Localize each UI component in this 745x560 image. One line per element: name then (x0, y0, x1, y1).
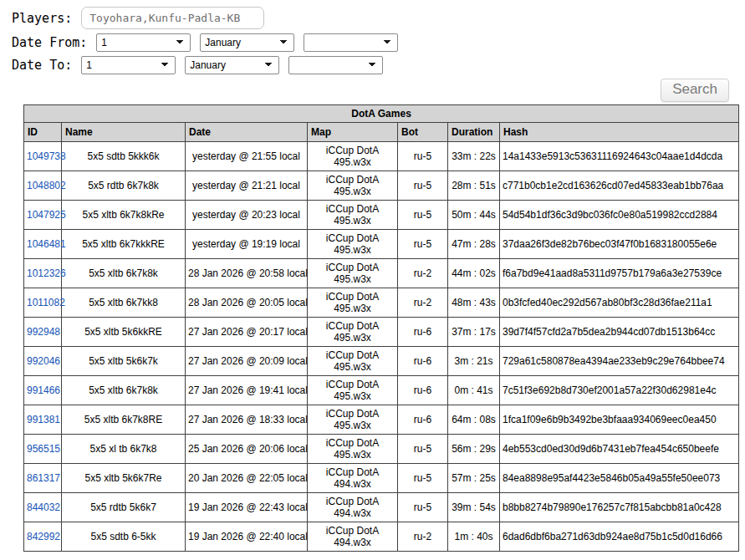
game-bot-cell: ru-6 (398, 376, 448, 405)
game-map-text: iCCup DotA 495.w3x (322, 291, 384, 314)
game-id-link[interactable]: 1012326 (27, 267, 66, 279)
game-date-cell: 27 Jan 2026 @ 20:09 local (186, 347, 308, 376)
game-name-cell: 5x5 xltb 6k7k8RE (62, 405, 186, 435)
game-bot-cell: ru-5 (398, 201, 448, 230)
game-id-link[interactable]: 1049738 (27, 150, 66, 162)
game-map-text: iCCup DotA 495.w3x (322, 232, 384, 256)
game-name-cell: 5x5 xl tb 6k7k8 (62, 435, 186, 464)
game-id-link[interactable]: 991381 (27, 414, 60, 425)
game-map-cell: iCCup DotA 495.w3x (308, 142, 398, 171)
game-name-cell: 5x5 xltb 5k6kkRE (62, 318, 186, 347)
table-title: DotA Games (24, 105, 739, 123)
game-id-link[interactable]: 844032 (27, 501, 60, 513)
game-id-link[interactable]: 956515 (27, 443, 60, 455)
game-bot-cell: ru-2 (398, 259, 448, 288)
game-hash-cell: 14a1433e5913c53631116924643c04aae1d4dcda (500, 142, 739, 171)
date-to-month-select[interactable]: January (185, 56, 279, 74)
game-bot-cell: ru-6 (398, 318, 448, 347)
column-header-hash: Hash (500, 123, 739, 142)
game-id-cell: 991466 (24, 376, 62, 405)
game-date-cell: yesterday @ 21:21 local (186, 171, 308, 201)
date-to-row: Date To: 1 January (12, 56, 745, 74)
table-row: 861317 5x5 xltb 5k6k7Re 20 Jan 2026 @ 22… (24, 464, 739, 493)
games-table-body: 1049738 5x5 sdtb 5kkk6k yesterday @ 21:5… (24, 142, 739, 552)
game-id-cell: 844032 (24, 493, 62, 522)
game-map-cell: iCCup DotA 495.w3x (308, 347, 398, 376)
game-date-cell: 20 Jan 2026 @ 22:05 local (186, 464, 308, 493)
game-hash-cell: 7c51f3e692b8d730ef2001a57a22f30d62981e4c (500, 376, 739, 405)
date-to-year-select[interactable] (288, 56, 383, 74)
game-duration-cell: 0m : 41s (448, 376, 500, 405)
game-map-cell: iCCup DotA 495.w3x (308, 435, 398, 464)
table-row: 1011082 5x5 xltb 6k7kk8 28 Jan 2026 @ 20… (24, 288, 739, 318)
column-header-id: ID (24, 123, 62, 142)
table-row: 844032 5x5 rdtb 5k6k7 19 Jan 2026 @ 22:4… (24, 493, 739, 522)
table-title-row: DotA Games (24, 105, 739, 123)
date-to-day-select[interactable]: 1 (81, 56, 176, 74)
search-form: Players: Date From: 1 January Date To: 1… (12, 7, 745, 74)
date-to-label: Date To: (12, 58, 72, 73)
table-row: 956515 5x5 xl tb 6k7k8 25 Jan 2026 @ 20:… (24, 435, 739, 464)
game-date-cell: 28 Jan 2026 @ 20:05 local (186, 288, 308, 318)
date-from-row: Date From: 1 January (12, 33, 745, 52)
game-map-cell: iCCup DotA 495.w3x (308, 318, 398, 347)
game-id-cell: 842992 (24, 522, 62, 552)
date-from-month-select[interactable]: January (200, 33, 294, 52)
game-name-cell: 5x5 sdtb 6-5kk (62, 522, 186, 552)
players-input[interactable] (81, 7, 264, 29)
game-date-cell: 19 Jan 2026 @ 22:40 local (186, 522, 308, 552)
game-duration-cell: 3m : 21s (448, 347, 500, 376)
table-row: 991381 5x5 xltb 6k7k8RE 27 Jan 2026 @ 18… (24, 405, 739, 435)
table-row: 842992 5x5 sdtb 6-5kk 19 Jan 2026 @ 22:4… (24, 522, 739, 552)
game-bot-cell: ru-5 (398, 493, 448, 522)
game-id-link[interactable]: 992046 (27, 355, 60, 367)
game-hash-cell: 729a61c580878ea4394ae233eb9c29e764bbee74 (500, 347, 739, 376)
table-row: 1012326 5x5 xltb 6k7k8k 28 Jan 2026 @ 20… (24, 259, 739, 288)
column-header-duration: Duration (448, 123, 500, 142)
game-id-link[interactable]: 992948 (27, 326, 60, 338)
search-button[interactable]: Search (661, 79, 729, 102)
game-id-link[interactable]: 991466 (27, 384, 60, 396)
game-id-link[interactable]: 1047925 (27, 209, 66, 221)
game-duration-cell: 47m : 28s (448, 230, 500, 259)
game-date-cell: 27 Jan 2026 @ 18:33 local (186, 405, 308, 435)
game-map-text: iCCup DotA 495.w3x (322, 203, 384, 227)
game-map-text: iCCup DotA 495.w3x (322, 174, 384, 197)
game-hash-cell: 4eb553cd0ed30d9d6b7431eb7fea454c650beefe (500, 435, 739, 464)
game-date-cell: 19 Jan 2026 @ 22:43 local (186, 493, 308, 522)
game-duration-cell: 56m : 29s (448, 435, 500, 464)
date-from-label: Date From: (12, 35, 87, 50)
game-id-cell: 1012326 (24, 259, 62, 288)
game-duration-cell: 37m : 17s (448, 318, 500, 347)
game-date-cell: 27 Jan 2026 @ 20:17 local (186, 318, 308, 347)
game-map-cell: iCCup DotA 495.w3x (308, 201, 398, 230)
game-id-link[interactable]: 1011082 (27, 297, 65, 308)
game-map-cell: iCCup DotA 494.w3x (308, 522, 398, 552)
date-from-year-select[interactable] (304, 33, 398, 52)
game-duration-cell: 28m : 51s (448, 171, 500, 201)
game-hash-cell: 54d54b1df36c3d9bc036fc0e80a519982ccd2884 (500, 201, 739, 230)
game-map-cell: iCCup DotA 494.w3x (308, 493, 398, 522)
game-id-link[interactable]: 1048802 (27, 180, 66, 191)
game-name-cell: 5x5 xltb 6k7k8kRe (62, 201, 186, 230)
game-date-cell: 27 Jan 2026 @ 19:41 local (186, 376, 308, 405)
game-id-cell: 1048802 (24, 171, 62, 201)
game-map-cell: iCCup DotA 495.w3x (308, 288, 398, 318)
game-bot-cell: ru-5 (398, 435, 448, 464)
game-bot-cell: ru-5 (398, 171, 448, 201)
game-id-link[interactable]: 842992 (27, 531, 60, 542)
game-bot-cell: ru-6 (398, 405, 448, 435)
game-id-link[interactable]: 861317 (27, 472, 60, 484)
game-map-text: iCCup DotA 494.w3x (322, 466, 384, 490)
game-id-link[interactable]: 1046481 (27, 238, 66, 250)
table-row: 991466 5x5 xltb 6k7k8k 27 Jan 2026 @ 19:… (24, 376, 739, 405)
game-id-cell: 991381 (24, 405, 62, 435)
game-bot-cell: ru-5 (398, 230, 448, 259)
game-duration-cell: 50m : 44s (448, 201, 500, 230)
date-from-day-select[interactable]: 1 (96, 33, 191, 52)
game-name-cell: 5x5 xltb 5k6k7Re (62, 464, 186, 493)
game-duration-cell: 39m : 54s (448, 493, 500, 522)
table-header-row: ID Name Date Map Bot Duration Hash (24, 123, 739, 142)
game-hash-cell: 39d7f4f57cfd2a7b5dea2b944cd07db1513b64cc (500, 318, 739, 347)
game-map-text: iCCup DotA 494.w3x (322, 496, 384, 519)
